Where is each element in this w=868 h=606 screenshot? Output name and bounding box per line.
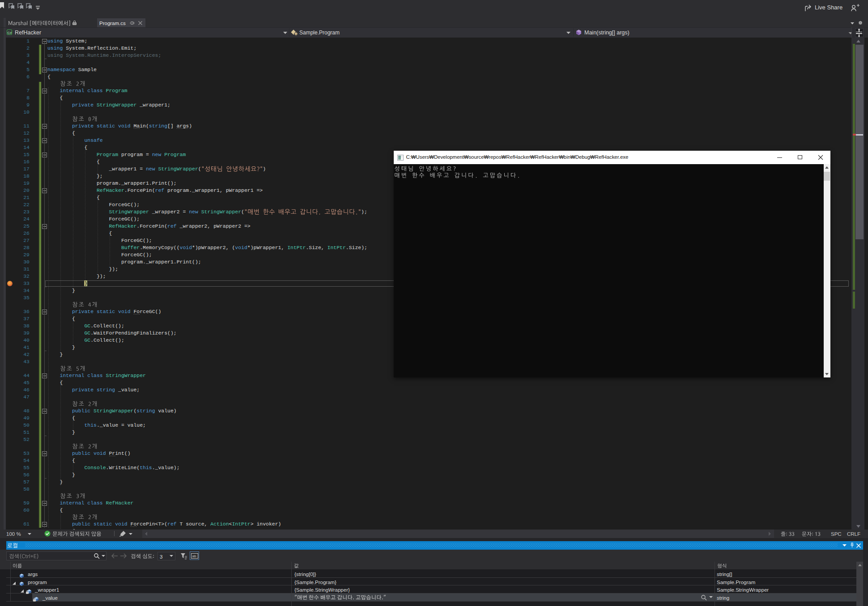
svg-text:ab: ab	[192, 554, 196, 558]
